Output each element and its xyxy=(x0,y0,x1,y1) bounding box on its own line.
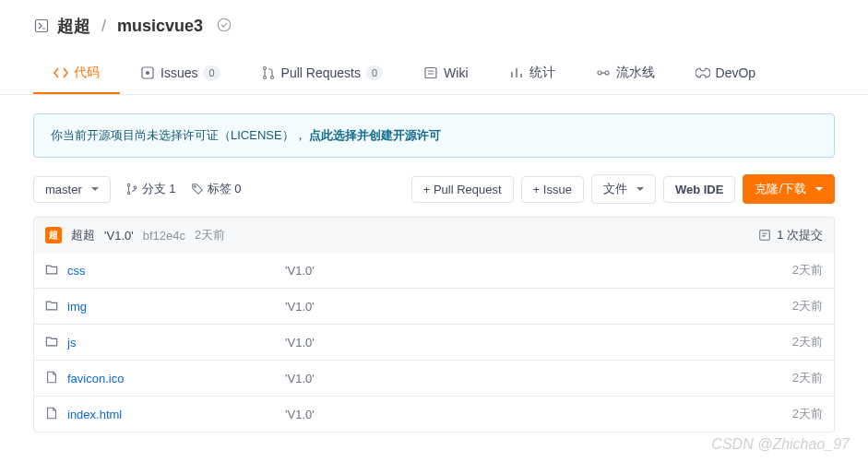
toolbar-left: master 分支 1 标签 0 xyxy=(33,176,241,203)
issues-icon xyxy=(140,65,155,80)
svg-rect-7 xyxy=(425,68,436,78)
tab-label: 流水线 xyxy=(616,65,655,81)
file-icon xyxy=(45,407,58,422)
tab-wiki[interactable]: Wiki xyxy=(403,53,488,94)
content-area: 你当前开源项目尚未选择许可证（LICENSE）， 点此选择并创建开源许可 mas… xyxy=(0,95,868,432)
svg-point-11 xyxy=(127,192,130,195)
commit-hash-link[interactable]: bf12e4c xyxy=(143,229,185,243)
repo-icon xyxy=(33,18,50,34)
tab-label: 统计 xyxy=(529,65,555,81)
folder-icon xyxy=(45,335,58,350)
repo-name-link[interactable]: musicvue3 xyxy=(117,17,203,36)
svg-point-6 xyxy=(270,77,273,79)
web-ide-button[interactable]: Web IDE xyxy=(663,176,736,203)
tag-icon xyxy=(191,183,204,195)
branch-selector[interactable]: master xyxy=(33,176,111,203)
tags-text: 标签 0 xyxy=(208,181,242,197)
file-row: favicon.ico 'V1.0' 2天前 xyxy=(34,360,834,396)
tab-label: Wiki xyxy=(444,65,468,80)
new-pull-request-button[interactable]: + Pull Request xyxy=(411,176,514,203)
tab-label: Issues xyxy=(161,65,197,80)
tab-label: Pull Requests xyxy=(281,65,361,80)
svg-point-13 xyxy=(194,186,196,188)
commit-author-link[interactable]: 超超 xyxy=(71,227,95,243)
file-time: 2天前 xyxy=(792,298,823,314)
owner-link[interactable]: 超超 xyxy=(57,15,90,37)
new-issue-button[interactable]: + Issue xyxy=(521,176,584,203)
repo-tabs: 代码 Issues 0 Pull Requests 0 Wiki 统计 流水线 … xyxy=(0,53,868,95)
file-time: 2天前 xyxy=(792,370,823,386)
file-name-link[interactable]: css xyxy=(67,264,86,278)
stats-icon xyxy=(509,65,524,80)
code-icon xyxy=(54,65,68,80)
file-commit-msg[interactable]: 'V1.0' xyxy=(285,408,315,421)
file-row: js 'V1.0' 2天前 xyxy=(34,324,834,360)
license-banner: 你当前开源项目尚未选择许可证（LICENSE）， 点此选择并创建开源许可 xyxy=(33,113,835,158)
file-name-link[interactable]: index.html xyxy=(67,408,122,421)
file-list: css 'V1.0' 2天前 img 'V1.0' 2天前 js 'V1.0' … xyxy=(33,253,835,432)
svg-point-9 xyxy=(605,71,609,75)
file-commit-msg[interactable]: 'V1.0' xyxy=(285,336,315,349)
svg-point-4 xyxy=(263,67,266,70)
commits-link[interactable]: 1 次提交 xyxy=(758,227,823,243)
svg-rect-14 xyxy=(760,231,770,241)
file-commit-msg[interactable]: 'V1.0' xyxy=(285,372,315,385)
chevron-down-icon xyxy=(636,187,644,191)
chevron-down-icon xyxy=(815,187,823,191)
svg-point-12 xyxy=(134,186,137,189)
tab-label: DevOp xyxy=(716,65,756,80)
tab-code[interactable]: 代码 xyxy=(33,53,120,94)
tab-stats[interactable]: 统计 xyxy=(489,53,576,94)
folder-icon xyxy=(45,263,58,278)
tab-pulls[interactable]: Pull Requests 0 xyxy=(241,53,404,94)
branch-label: master xyxy=(45,183,82,196)
commit-time: 2天前 xyxy=(195,227,225,243)
pull-request-icon xyxy=(261,65,276,80)
tags-link[interactable]: 标签 0 xyxy=(191,181,242,197)
commits-text: 1 次提交 xyxy=(777,227,823,243)
file-time: 2天前 xyxy=(792,406,823,422)
file-commit-msg[interactable]: 'V1.0' xyxy=(285,300,315,314)
file-name-link[interactable]: img xyxy=(67,300,87,314)
toolbar-right: + Pull Request + Issue 文件 Web IDE 克隆/下载 xyxy=(411,174,835,204)
file-commit-msg[interactable]: 'V1.0' xyxy=(285,264,315,278)
latest-commit-row: 超 超超 'V1.0' bf12e4c 2天前 1 次提交 xyxy=(33,217,835,253)
tab-issues[interactable]: Issues 0 xyxy=(120,53,241,94)
tab-devops[interactable]: DevOp xyxy=(675,53,777,94)
svg-point-10 xyxy=(127,184,130,186)
file-time: 2天前 xyxy=(792,262,823,278)
file-name-link[interactable]: favicon.ico xyxy=(67,372,124,385)
file-row: img 'V1.0' 2天前 xyxy=(34,288,834,324)
svg-point-1 xyxy=(218,18,231,31)
file-name-link[interactable]: js xyxy=(67,336,76,349)
file-row: index.html 'V1.0' 2天前 xyxy=(34,396,834,432)
issues-count-badge: 0 xyxy=(203,65,220,80)
svg-point-3 xyxy=(147,72,149,75)
clone-download-button[interactable]: 克隆/下载 xyxy=(743,174,835,204)
svg-point-5 xyxy=(263,77,266,79)
repo-toolbar: master 分支 1 标签 0 + Pull Request + Issue … xyxy=(33,174,835,204)
wiki-icon xyxy=(423,65,438,80)
pipeline-icon xyxy=(596,65,611,80)
history-icon xyxy=(758,229,771,242)
branch-icon xyxy=(125,183,138,195)
svg-point-8 xyxy=(598,71,601,75)
commit-message-link[interactable]: 'V1.0' xyxy=(104,229,134,243)
pulls-count-badge: 0 xyxy=(366,65,383,80)
clone-label: 克隆/下载 xyxy=(755,181,806,197)
devops-icon xyxy=(696,65,710,80)
files-label: 文件 xyxy=(603,181,627,197)
branches-link[interactable]: 分支 1 xyxy=(125,181,176,197)
branches-text: 分支 1 xyxy=(142,181,176,197)
avatar: 超 xyxy=(45,227,62,243)
tab-label: 代码 xyxy=(74,65,100,81)
folder-icon xyxy=(45,299,58,314)
tab-pipelines[interactable]: 流水线 xyxy=(576,53,675,94)
file-time: 2天前 xyxy=(792,334,823,350)
license-link[interactable]: 点此选择并创建开源许可 xyxy=(309,128,441,142)
badge-icon xyxy=(216,17,232,36)
chevron-down-icon xyxy=(91,187,99,191)
files-button[interactable]: 文件 xyxy=(591,174,656,204)
banner-text: 你当前开源项目尚未选择许可证（LICENSE）， xyxy=(51,128,306,142)
file-icon xyxy=(45,371,58,386)
